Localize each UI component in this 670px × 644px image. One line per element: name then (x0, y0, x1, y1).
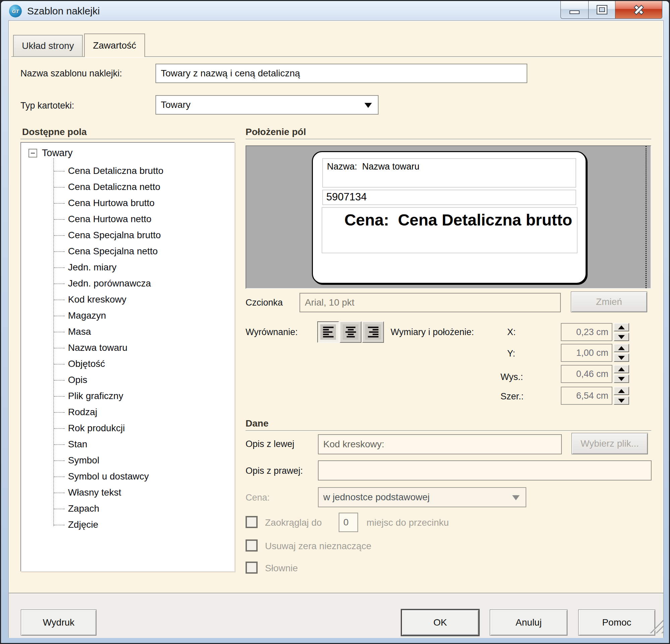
card-type-value: Towary (161, 99, 191, 110)
close-button[interactable] (615, 1, 662, 19)
height-input[interactable]: 0,46 cm (561, 365, 612, 383)
align-right-button[interactable] (362, 321, 384, 343)
tree-item[interactable]: Własny tekst (53, 484, 227, 500)
tab-zawartosc[interactable]: Zawartość (84, 33, 145, 57)
cancel-button[interactable]: Anuluj (490, 609, 567, 635)
tree-item[interactable]: Symbol u dostawcy (53, 468, 227, 484)
tree-item[interactable]: Opis (53, 372, 227, 388)
height-spin-down-button[interactable] (614, 375, 629, 383)
maximize-icon (597, 6, 607, 14)
tree-root[interactable]: Towary (28, 147, 73, 159)
data-section-rule (245, 430, 651, 431)
y-spin-down-button[interactable] (614, 353, 629, 362)
tree-item[interactable]: Kod kreskowy (53, 292, 227, 308)
titlebar[interactable]: GT Szablon naklejki (1, 1, 669, 21)
arrow-up-icon (618, 367, 625, 371)
chevron-down-icon (512, 495, 520, 500)
y-spin-up-button[interactable] (614, 344, 629, 352)
tree-item[interactable]: Jedn. miary (53, 259, 227, 276)
window-title: Szablon naklejki (27, 5, 100, 17)
right-desc-input[interactable] (318, 460, 652, 481)
template-name-input[interactable] (156, 64, 527, 83)
collapse-icon[interactable] (28, 149, 37, 158)
arrow-down-icon (618, 377, 625, 381)
data-section-header: Dane (245, 418, 268, 429)
align-center-icon (343, 324, 359, 340)
align-left-icon (320, 324, 336, 340)
width-label: Szer.: (500, 391, 524, 402)
preview-field-name[interactable]: Nazwa: Nazwa towaru (322, 158, 576, 188)
page-edge-marker (645, 146, 646, 288)
y-spinner (614, 344, 629, 362)
app-icon: GT (9, 5, 22, 17)
available-fields-tree[interactable]: Towary Cena Detaliczna brutto Cena Detal… (21, 142, 235, 572)
template-name-label: Nazwa szablonu naklejki: (21, 68, 122, 79)
dialog-window: GT Szablon naklejki Układ strony Zawarto… (0, 0, 670, 644)
left-desc-input[interactable] (318, 434, 562, 454)
align-left-button[interactable] (317, 321, 339, 343)
tree-root-label: Towary (42, 147, 73, 159)
tree-item[interactable]: Rodzaj (53, 404, 227, 420)
tree-item[interactable]: Cena Specjalna brutto (53, 227, 227, 243)
choose-file-button[interactable]: Wybierz plik... (572, 433, 648, 454)
tree-item[interactable]: Nazwa towaru (53, 340, 227, 356)
placement-header: Położenie pól (245, 127, 306, 137)
arrow-up-icon (618, 325, 625, 330)
price-label: Cena: (245, 493, 270, 503)
round-label-before: Zaokrąglaj do (265, 517, 322, 528)
label-preview-panel: Nazwa: Nazwa towaru 5907134 Cena: Cena D… (245, 145, 651, 289)
preview-field-barcode[interactable]: 5907134 (322, 190, 576, 205)
font-input[interactable] (299, 293, 561, 312)
tree-item[interactable]: Zapach (53, 500, 227, 517)
tree-item[interactable]: Symbol (53, 452, 227, 468)
y-input[interactable]: 1,00 cm (561, 344, 612, 362)
help-button[interactable]: Pomoc (578, 609, 655, 635)
card-type-select[interactable]: Towary (156, 95, 378, 115)
x-label: X: (507, 327, 516, 337)
available-fields-rule (21, 139, 235, 139)
x-spinner (614, 323, 629, 341)
tree-item[interactable]: Cena Specjalna netto (53, 243, 227, 259)
tab-uklad-strony[interactable]: Układ strony (13, 35, 83, 56)
label-preview: Nazwa: Nazwa towaru 5907134 Cena: Cena D… (312, 151, 587, 284)
tree-item[interactable]: Zdjęcie (53, 517, 227, 533)
change-font-button[interactable]: Zmień (571, 292, 647, 312)
placement-rule (245, 139, 651, 139)
minimize-button[interactable] (561, 1, 589, 19)
round-label-after: miejsc do przecinku (366, 517, 449, 528)
arrow-down-icon (618, 356, 625, 360)
tree-item[interactable]: Magazyn (53, 308, 227, 324)
width-input[interactable]: 6,54 cm (561, 387, 612, 405)
print-button[interactable]: Wydruk (21, 609, 96, 635)
tree-item[interactable]: Masa (53, 324, 227, 340)
round-checkbox[interactable] (245, 516, 258, 528)
tree-item[interactable]: Jedn. porównawcza (53, 276, 227, 292)
height-spin-up-button[interactable] (614, 365, 629, 373)
maximize-button[interactable] (589, 1, 615, 19)
align-center-button[interactable] (340, 321, 361, 343)
tree-item[interactable]: Rok produkcji (53, 420, 227, 436)
round-digits-input[interactable] (339, 513, 358, 532)
tree-children: Cena Detaliczna brutto Cena Detaliczna n… (53, 163, 227, 533)
in-words-checkbox[interactable] (245, 562, 258, 574)
dimensions-label: Wymiary i położenie: (391, 327, 474, 337)
tree-item[interactable]: Cena Hurtowa netto (53, 211, 227, 227)
x-spin-down-button[interactable] (614, 333, 629, 341)
tree-item[interactable]: Stan (53, 436, 227, 452)
remove-zeros-checkbox[interactable] (245, 539, 258, 551)
arrow-down-icon (618, 399, 625, 403)
tree-item[interactable]: Objętość (53, 356, 227, 372)
height-spinner (614, 365, 629, 383)
price-select[interactable]: w jednostce podstawowej (318, 487, 526, 507)
tree-item[interactable]: Cena Detaliczna brutto (53, 163, 227, 179)
width-spin-up-button[interactable] (614, 387, 629, 395)
width-spin-down-button[interactable] (614, 397, 629, 405)
x-spin-up-button[interactable] (614, 323, 629, 331)
x-input[interactable]: 0,23 cm (561, 323, 612, 341)
preview-field-price[interactable]: Cena: Cena Detaliczna brutto (322, 207, 578, 253)
tree-item[interactable]: Cena Hurtowa brutto (53, 195, 227, 211)
minimize-icon (570, 11, 579, 13)
tree-item[interactable]: Cena Detaliczna netto (53, 179, 227, 195)
ok-button[interactable]: OK (401, 609, 480, 636)
tree-item[interactable]: Plik graficzny (53, 388, 227, 404)
